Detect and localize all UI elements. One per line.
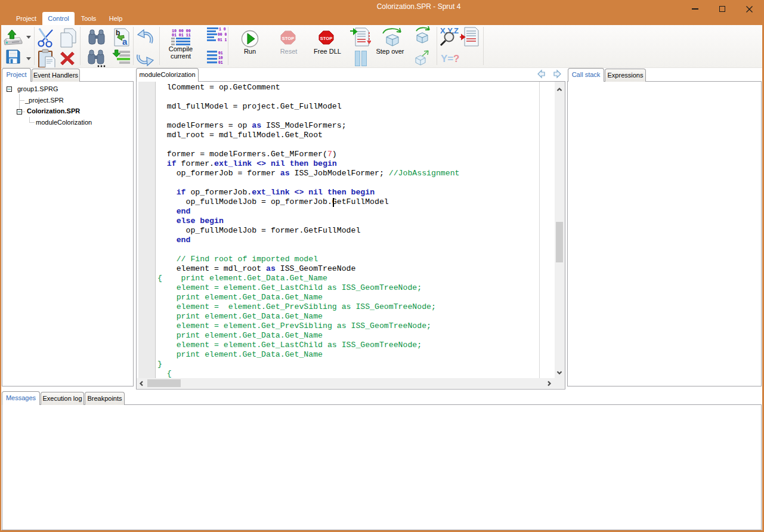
svg-text:01: 01 <box>218 51 223 55</box>
svg-text:1 0: 1 0 <box>219 27 226 32</box>
svg-text:STOP: STOP <box>282 36 294 41</box>
svg-text:10 00 00: 10 00 00 <box>172 29 191 33</box>
svg-text:01 1: 01 1 <box>218 38 227 42</box>
svg-text:Y=: Y= <box>441 53 453 64</box>
svg-text:STOP: STOP <box>320 36 332 41</box>
svg-text:01 01 11: 01 01 11 <box>172 33 191 38</box>
svg-text:10: 10 <box>218 56 223 60</box>
svg-text:01: 01 <box>218 61 223 65</box>
svg-text:?: ? <box>453 53 459 64</box>
svg-text:00 0: 00 0 <box>218 33 227 37</box>
